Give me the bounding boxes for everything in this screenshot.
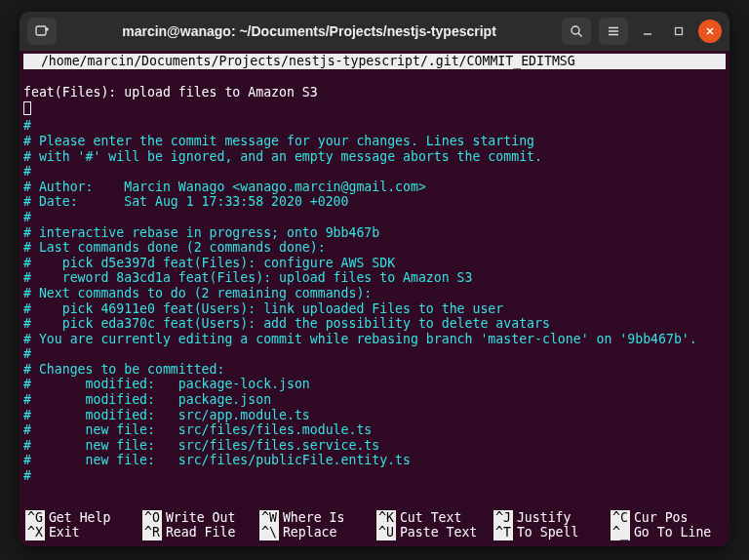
shortcut-key: ^T	[493, 525, 513, 540]
shortcut-justify: ^JJustify	[492, 510, 609, 526]
comment-line: #	[23, 210, 31, 224]
titlebar-right	[562, 18, 722, 45]
shortcut-key: ^U	[376, 525, 396, 540]
nano-header: /home/marcin/Documents/Projects/nestjs-t…	[23, 54, 726, 69]
shortcut-cut-text: ^KCut Text	[374, 510, 492, 526]
comment-line: # new file: src/files/publicFile.entity.…	[23, 453, 411, 467]
terminal-content[interactable]: /home/marcin/Documents/Projects/nestjs-t…	[20, 51, 729, 546]
shortcut-cur-pos: ^CCur Pos	[609, 510, 726, 526]
comment-line: # modified: src/app.module.ts	[23, 408, 310, 422]
comment-line: #	[23, 468, 31, 483]
comment-line: #	[23, 118, 31, 133]
shortcut-key: ^G	[25, 510, 45, 526]
shortcut-label: Go To Line	[634, 525, 711, 540]
text-cursor	[23, 101, 31, 115]
shortcut-label: To Spell	[517, 525, 579, 540]
comment-line: # modified: package-lock.json	[23, 377, 310, 391]
new-tab-icon	[34, 23, 50, 39]
svg-line-4	[578, 33, 582, 37]
hamburger-icon	[607, 24, 620, 38]
minimize-button[interactable]	[636, 20, 659, 43]
shortcut-read-file: ^RRead File	[140, 525, 257, 540]
comment-line: # Author: Marcin Wanago <wanago.marcin@g…	[23, 180, 426, 194]
shortcut-label: Cut Text	[400, 510, 462, 526]
comment-line: # pick d5e397d feat(Files): configure AW…	[23, 256, 395, 270]
shortcut-label: Exit	[49, 525, 80, 540]
commit-message-line[interactable]: feat(Files): upload files to Amazon S3	[23, 85, 318, 100]
shortcut-label: Where Is	[283, 510, 345, 526]
comment-line: # Changes to be committed:	[23, 362, 224, 377]
new-tab-button[interactable]	[27, 18, 57, 45]
close-icon	[705, 26, 715, 36]
shortcut-label: Write Out	[166, 510, 235, 526]
shortcut-where-is: ^WWhere Is	[257, 510, 374, 526]
shortcut-label: Justify	[517, 510, 572, 526]
comment-line: # with '#' will be ignored, and an empty…	[23, 149, 542, 164]
comment-line: # Please enter the commit message for yo…	[23, 134, 534, 148]
comment-line: #	[23, 346, 31, 361]
shortcut-label: Cur Pos	[634, 510, 689, 526]
comment-line: # interactive rebase in progress; onto 9…	[23, 225, 379, 240]
shortcut-exit: ^XExit	[23, 525, 140, 540]
shortcut-get-help: ^GGet Help	[23, 510, 140, 526]
minimize-icon	[642, 25, 653, 37]
comment-line: # Last commands done (2 commands done):	[23, 240, 326, 255]
shortcut-replace: ^\Replace	[257, 525, 374, 540]
comment-line: # new file: src/files/files.service.ts	[23, 438, 379, 453]
editor-body[interactable]: feat(Files): upload files to Amazon S3 #…	[23, 70, 726, 509]
shortcut-label: Replace	[283, 525, 337, 540]
nano-file-path: /home/marcin/Documents/Projects/nestjs-t…	[25, 54, 467, 68]
titlebar: marcin@wanago: ~/Documents/Projects/nest…	[20, 12, 729, 51]
window-title: marcin@wanago: ~/Documents/Projects/nest…	[64, 23, 554, 39]
close-button[interactable]	[698, 20, 722, 43]
shortcut-label: Paste Text	[400, 525, 477, 540]
comment-line: # Date: Sat Aug 1 17:33:58 2020 +0200	[23, 194, 348, 209]
shortcut-key: ^C	[611, 510, 630, 526]
comment-line: # pick 46911e0 feat(Users): link uploade…	[23, 301, 503, 316]
shortcut-key: ^R	[142, 525, 162, 540]
nano-shortcuts: ^GGet Help ^OWrite Out ^WWhere Is ^KCut …	[23, 509, 726, 544]
maximize-button[interactable]	[667, 20, 690, 43]
search-icon	[570, 24, 583, 38]
shortcut-to-spell: ^TTo Spell	[492, 525, 609, 540]
shortcut-key: ^W	[259, 510, 279, 526]
shortcut-key: ^_	[611, 525, 630, 540]
comment-line: #	[23, 164, 31, 179]
shortcut-key: ^O	[142, 510, 162, 526]
comment-line: # modified: package.json	[23, 392, 271, 407]
shortcut-key: ^X	[25, 525, 45, 540]
shortcut-paste-text: ^UPaste Text	[374, 525, 492, 540]
shortcut-go-to-line: ^_Go To Line	[609, 525, 726, 540]
comment-line: # You are currently editing a commit whi…	[23, 332, 697, 346]
svg-rect-9	[676, 28, 683, 35]
comment-line: # pick eda370c feat(Users): add the poss…	[23, 316, 550, 331]
comment-line: # new file: src/files/files.module.ts	[23, 422, 372, 437]
comment-line: # reword 8a3cd1a feat(Files): upload fil…	[23, 270, 473, 285]
shortcut-key: ^J	[493, 510, 513, 526]
shortcut-key: ^\	[259, 525, 279, 540]
nano-file-name: COMMIT_EDITMSG	[467, 54, 575, 68]
terminal-window: marcin@wanago: ~/Documents/Projects/nest…	[20, 12, 729, 546]
comment-line: # Next commands to do (2 remaining comma…	[23, 286, 372, 300]
shortcut-label: Read File	[166, 525, 235, 540]
shortcut-write-out: ^OWrite Out	[140, 510, 257, 526]
svg-point-3	[572, 26, 579, 34]
maximize-icon	[673, 25, 685, 37]
shortcut-key: ^K	[376, 510, 396, 526]
search-button[interactable]	[562, 18, 591, 45]
svg-rect-0	[36, 26, 46, 35]
hamburger-menu-button[interactable]	[599, 18, 628, 45]
shortcut-label: Get Help	[49, 510, 111, 526]
